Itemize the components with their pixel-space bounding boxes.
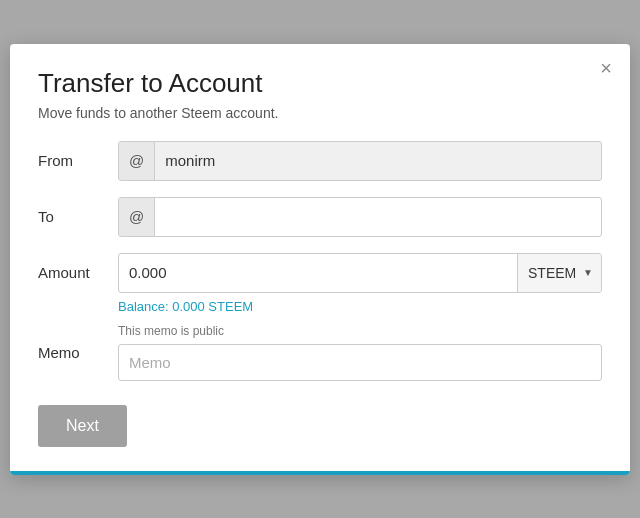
currency-select[interactable]: STEEM SBD [517,254,601,292]
from-input-wrapper: @ [118,141,602,181]
to-input[interactable] [155,200,601,233]
memo-hint: This memo is public [118,324,602,338]
from-at-symbol: @ [119,142,155,180]
to-label: To [38,208,118,225]
next-button[interactable]: Next [38,405,127,447]
amount-input[interactable] [119,256,517,289]
modal-title: Transfer to Account [38,68,602,99]
from-row: From @ [38,141,602,181]
balance-text: Balance: 0.000 STEEM [118,299,602,314]
memo-input[interactable] [118,344,602,381]
to-row: To @ [38,197,602,237]
amount-label: Amount [38,264,118,281]
to-input-wrapper: @ [118,197,602,237]
close-button[interactable]: × [600,58,612,78]
memo-label: Memo [38,344,118,361]
from-label: From [38,152,118,169]
modal-dialog: × Transfer to Account Move funds to anot… [10,44,630,475]
modal-subtitle: Move funds to another Steem account. [38,105,602,121]
bottom-bar [10,471,630,475]
to-at-symbol: @ [119,198,155,236]
from-input[interactable] [155,144,601,177]
amount-input-wrapper: STEEM SBD [118,253,602,293]
currency-select-wrapper: STEEM SBD [517,254,601,292]
modal-overlay: × Transfer to Account Move funds to anot… [0,0,640,518]
memo-row: Memo [38,344,602,381]
amount-row: Amount STEEM SBD [38,253,602,293]
